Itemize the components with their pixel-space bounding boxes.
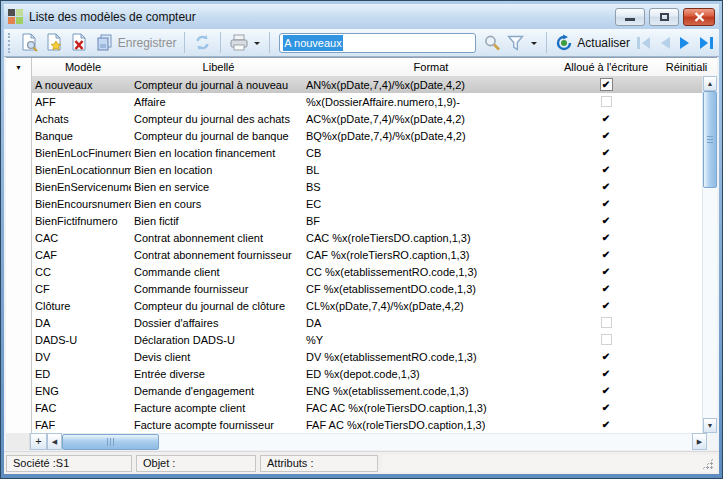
allocated-checkbox[interactable]: ✔: [602, 164, 610, 175]
column-header-libelle[interactable]: Libellé: [131, 58, 303, 76]
allocated-checkbox[interactable]: ✔: [602, 232, 610, 243]
scroll-up-button[interactable]: ▲: [703, 76, 717, 91]
allocated-checkbox[interactable]: [601, 96, 612, 107]
allocated-checkbox[interactable]: ✔: [602, 113, 610, 124]
row-selector-cell[interactable]: [6, 280, 32, 297]
horizontal-scrollbar[interactable]: + ◀ ▶: [6, 433, 717, 450]
allocated-checkbox[interactable]: ✔: [602, 419, 610, 430]
allocated-checkbox[interactable]: ✔: [602, 249, 610, 260]
nav-last-button[interactable]: [695, 31, 717, 55]
maximize-button[interactable]: [649, 8, 679, 26]
column-header-format[interactable]: Format: [303, 58, 556, 76]
table-row[interactable]: AFF Affaire %x(DossierAffaire.numero,1,9…: [6, 93, 717, 110]
add-row-button[interactable]: +: [30, 433, 47, 450]
table-row[interactable]: CAF Contrat abonnement fournisseur CAF %…: [6, 246, 717, 263]
vertical-scroll-thumb[interactable]: [703, 91, 717, 188]
row-selector-cell[interactable]: [6, 331, 32, 348]
table-row[interactable]: DADS-U Déclaration DADS-U %Y: [6, 331, 717, 348]
actualiser-button[interactable]: Actualiser: [552, 31, 633, 55]
column-header-reinitiali[interactable]: Réinitiali: [656, 58, 717, 76]
nav-first-button[interactable]: [633, 31, 655, 55]
row-selector-cell[interactable]: [6, 229, 32, 246]
allocated-checkbox[interactable]: ✔: [602, 266, 610, 277]
nav-next-button[interactable]: [675, 31, 695, 55]
row-selector-cell[interactable]: [6, 76, 32, 93]
filter-dropdown-button[interactable]: [527, 31, 541, 55]
table-row[interactable]: ED Entrée diverse ED %x(depot.code,1,3) …: [6, 365, 717, 382]
row-selector-cell[interactable]: [6, 161, 32, 178]
allocated-checkbox[interactable]: ✔: [602, 351, 610, 362]
title-bar[interactable]: Liste des modèles de compteur: [4, 4, 719, 29]
allocated-checkbox[interactable]: ✔: [602, 402, 610, 413]
table-row[interactable]: BienEnLocFinumero Bien en location finan…: [6, 144, 717, 161]
column-header-alloue[interactable]: Alloué à l'écriture: [556, 58, 656, 76]
resize-grip[interactable]: [702, 458, 714, 470]
save-button[interactable]: Enregistrer: [92, 31, 180, 55]
vertical-scroll-track[interactable]: [703, 91, 717, 418]
column-header-modele[interactable]: Modèle: [32, 58, 131, 76]
nav-previous-button[interactable]: [655, 31, 675, 55]
allocated-checkbox[interactable]: ✔: [602, 198, 610, 209]
horizontal-scroll-track[interactable]: [62, 433, 692, 450]
scroll-down-button[interactable]: ▼: [703, 418, 717, 433]
allocated-checkbox[interactable]: ✔: [602, 368, 610, 379]
row-selector-cell[interactable]: [6, 416, 32, 433]
allocated-checkbox[interactable]: ✔: [602, 130, 610, 141]
allocated-checkbox[interactable]: ✔: [602, 215, 610, 226]
search-button[interactable]: [480, 31, 504, 55]
allocated-checkbox[interactable]: ✔: [602, 283, 610, 294]
scroll-left-button[interactable]: ◀: [47, 433, 62, 450]
row-selector-cell[interactable]: [6, 382, 32, 399]
table-row[interactable]: DA Dossier d'affaires DA: [6, 314, 717, 331]
table-row[interactable]: FAF Facture acompte fournisseur FAF AC %…: [6, 416, 717, 433]
row-selector-cell[interactable]: [6, 365, 32, 382]
view-record-button[interactable]: [17, 31, 42, 55]
row-selector-cell[interactable]: [6, 348, 32, 365]
table-row[interactable]: CF Commande fournisseur CF %x(etablissem…: [6, 280, 717, 297]
row-selector-cell[interactable]: [6, 93, 32, 110]
minimize-button[interactable]: [615, 8, 645, 26]
row-selector-cell[interactable]: [6, 399, 32, 416]
row-selector-cell[interactable]: [6, 178, 32, 195]
table-row[interactable]: BienFictifnumero Bien fictif BF ✔: [6, 212, 717, 229]
close-button[interactable]: [683, 8, 715, 26]
row-selector-cell[interactable]: [6, 144, 32, 161]
table-row[interactable]: FAC Facture acompte client FAC AC %x(rol…: [6, 399, 717, 416]
refresh-button[interactable]: [190, 31, 215, 55]
toolbar-grip[interactable]: [8, 33, 13, 53]
search-input[interactable]: A nouveaux: [279, 33, 476, 53]
table-row[interactable]: BienEnLocationnum Bien en location BL ✔: [6, 161, 717, 178]
row-selector-cell[interactable]: [6, 195, 32, 212]
delete-record-button[interactable]: [67, 31, 92, 55]
table-row[interactable]: Achats Compteur du journal des achats AC…: [6, 110, 717, 127]
table-row[interactable]: A nouveaux Compteur du journal à nouveau…: [6, 76, 717, 93]
allocated-checkbox[interactable]: ✔: [600, 78, 613, 91]
table-row[interactable]: Banque Compteur du journal de banque BQ%…: [6, 127, 717, 144]
table-row[interactable]: CAC Contrat abonnement client CAC %x(rol…: [6, 229, 717, 246]
new-record-button[interactable]: [42, 31, 67, 55]
allocated-checkbox[interactable]: ✔: [602, 147, 610, 158]
horizontal-scroll-thumb[interactable]: [62, 434, 159, 450]
allocated-checkbox[interactable]: ✔: [602, 300, 610, 311]
row-selector-cell[interactable]: [6, 297, 32, 314]
table-row[interactable]: BienEnServicenume Bien en service BS ✔: [6, 178, 717, 195]
table-row[interactable]: ENG Demande d'engagement ENG %x(etabliss…: [6, 382, 717, 399]
table-row[interactable]: DV Devis client DV %x(etablissementRO.co…: [6, 348, 717, 365]
table-row[interactable]: Clôture Compteur du journal de clôture C…: [6, 297, 717, 314]
row-selector-cell[interactable]: [6, 314, 32, 331]
row-selector-cell[interactable]: [6, 263, 32, 280]
vertical-scrollbar[interactable]: ▲ ▼: [702, 76, 717, 433]
allocated-checkbox[interactable]: [601, 317, 612, 328]
row-selector-header[interactable]: ▼: [6, 58, 32, 76]
row-selector-cell[interactable]: [6, 127, 32, 144]
scroll-right-button[interactable]: ▶: [692, 433, 707, 450]
allocated-checkbox[interactable]: ✔: [602, 181, 610, 192]
filter-button[interactable]: [504, 31, 527, 55]
row-selector-cell[interactable]: [6, 110, 32, 127]
print-button[interactable]: [226, 31, 264, 55]
row-selector-cell[interactable]: [6, 212, 32, 229]
allocated-checkbox[interactable]: [601, 334, 612, 345]
table-row[interactable]: CC Commande client CC %x(etablissementRO…: [6, 263, 717, 280]
allocated-checkbox[interactable]: ✔: [602, 385, 610, 396]
row-selector-cell[interactable]: [6, 246, 32, 263]
